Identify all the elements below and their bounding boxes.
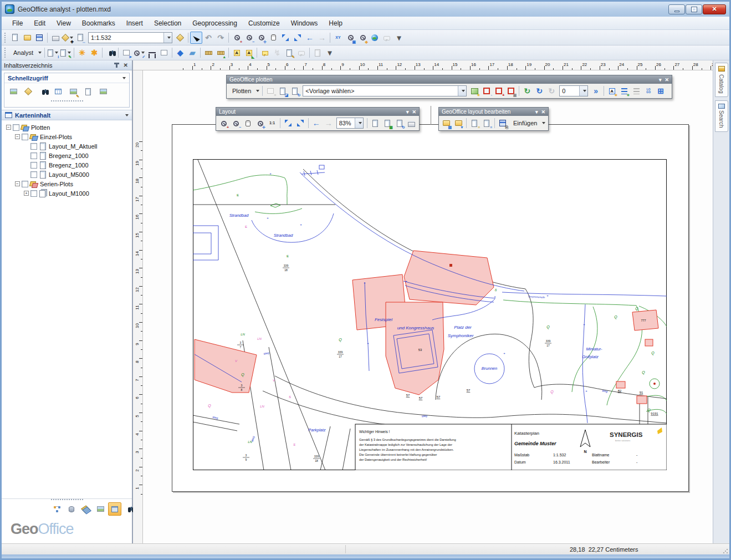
print-icon[interactable]: [49, 32, 62, 44]
refresh-disabled-icon[interactable]: ↻: [545, 85, 558, 97]
menu-selection[interactable]: Selection: [149, 18, 186, 29]
refresh-plots-icon[interactable]: ↻: [521, 85, 533, 97]
toolbar-menu-icon[interactable]: ▾: [659, 77, 662, 83]
measure-ruler-icon[interactable]: [202, 47, 214, 59]
toc-header[interactable]: Inhaltsverzeichnis ✕: [2, 60, 132, 70]
layer-checkbox[interactable]: [30, 143, 37, 150]
chevron-down-icon[interactable]: [125, 114, 129, 116]
tab-catalog[interactable]: Catalog: [715, 63, 728, 97]
scale-combo[interactable]: 1:1.532: [88, 32, 172, 43]
info-tool-icon[interactable]: i: [47, 47, 59, 59]
select-elements-icon[interactable]: [190, 32, 202, 44]
fixed-zoom-in-icon[interactable]: [282, 117, 294, 129]
expand-icon[interactable]: −: [6, 125, 11, 130]
editor-diamond-icon[interactable]: [174, 32, 186, 44]
tab-search[interactable]: Search: [715, 100, 728, 132]
tree-item-serien-plots[interactable]: −Serien-Plots: [4, 179, 132, 189]
new-document-icon[interactable]: [9, 32, 21, 44]
map-image-icon[interactable]: [96, 85, 110, 98]
polygon-edit-icon[interactable]: ◆: [174, 47, 186, 59]
expand-more-icon[interactable]: »: [590, 85, 602, 97]
toolbar2-options-icon[interactable]: ▾: [324, 47, 336, 59]
menu-help[interactable]: Help: [324, 18, 347, 29]
viewport-grid-icon[interactable]: ⊞: [655, 85, 667, 97]
frame-layers-icon[interactable]: ▣: [505, 85, 517, 97]
close-panel-icon[interactable]: ✕: [122, 62, 130, 68]
drag-handle[interactable]: [51, 100, 83, 105]
pin-icon[interactable]: [116, 63, 117, 68]
layer-checkbox[interactable]: [30, 152, 37, 159]
close-button[interactable]: ✕: [703, 4, 726, 14]
zoom-whole-page-icon[interactable]: ✛: [254, 117, 266, 129]
new-plot-frame-icon[interactable]: ✶: [468, 85, 480, 97]
fixed-zoom-in-icon[interactable]: [279, 32, 292, 44]
back-extent-icon[interactable]: ←: [310, 117, 323, 129]
redo-icon[interactable]: ↷: [214, 32, 227, 44]
save-print-icon[interactable]: ⎘: [497, 117, 509, 129]
list-by-visibility-icon[interactable]: [79, 502, 93, 516]
layer-checkbox[interactable]: [22, 134, 28, 140]
menu-geoprocessing[interactable]: Geoprocessing: [187, 18, 242, 29]
blank-page-icon[interactable]: [81, 85, 95, 98]
menu-view[interactable]: View: [52, 18, 76, 29]
zoom-out-page-icon[interactable]: −: [229, 117, 242, 129]
copy-pages-icon[interactable]: [311, 47, 324, 59]
toggle-draft-icon[interactable]: [369, 117, 381, 129]
label-layer-icon[interactable]: A◣: [243, 47, 255, 59]
editor-diamond-icon[interactable]: [22, 85, 35, 98]
layer-checkbox[interactable]: [30, 190, 37, 197]
zoom-selected-icon[interactable]: ▣: [344, 32, 356, 44]
save-icon[interactable]: [33, 32, 45, 44]
layout-bearbeiten-toolbar[interactable]: GeoOffice layout bearbeiten ▾ ✕ ▤▼≡≡⎘Ein…: [438, 107, 549, 131]
full-extent-icon[interactable]: ✛: [255, 32, 267, 44]
focus-dataframe-icon[interactable]: ▦: [381, 117, 393, 129]
measure-area-icon[interactable]: ▲: [214, 47, 227, 59]
pan-icon[interactable]: [267, 32, 279, 44]
polygon-flat-icon[interactable]: ▰: [186, 47, 198, 59]
tree-item-bregenz_1000[interactable]: Bregenz_1000: [4, 151, 132, 160]
einfuegen-button[interactable]: Einfügen: [509, 117, 546, 129]
list-by-schematic-icon[interactable]: [50, 502, 64, 516]
identify-icon[interactable]: [381, 32, 393, 44]
toolbar-options-icon[interactable]: ▾: [393, 32, 405, 44]
series-disabled-icon[interactable]: [630, 85, 642, 97]
refresh-all-icon[interactable]: ↻: [533, 85, 545, 97]
zoom-out-icon[interactable]: −: [243, 32, 255, 44]
add-frame-icon[interactable]: +: [493, 85, 505, 97]
select-graphic-icon[interactable]: ➤: [120, 47, 132, 59]
forward-extent-icon[interactable]: →: [316, 32, 328, 44]
zoom-percent-combo[interactable]: 83%: [336, 118, 364, 129]
plot-open-icon[interactable]: ◪: [277, 85, 289, 97]
list-by-selection-icon[interactable]: [94, 502, 107, 516]
chevron-down-icon[interactable]: [122, 77, 126, 79]
find-binocular-icon[interactable]: [37, 85, 50, 98]
forward-extent-icon[interactable]: →: [323, 117, 335, 129]
map-scale-icon[interactable]: ↔: [74, 32, 86, 44]
change-layout-icon[interactable]: ↻: [393, 117, 406, 129]
menu-edit[interactable]: Edit: [29, 18, 50, 29]
layer-checkbox[interactable]: [30, 162, 37, 169]
layer-checkbox[interactable]: [30, 171, 37, 178]
toolbar-close-icon[interactable]: ✕: [541, 109, 545, 115]
callout-icon[interactable]: [259, 47, 271, 59]
menu-customize[interactable]: Customize: [243, 18, 285, 29]
plot-view-icon[interactable]: [108, 502, 121, 516]
geooffice-plotten-toolbar[interactable]: GeoOffice plotten ▾ ✕ Plotten≡◪↻<Vorlage…: [226, 75, 672, 99]
title-bar[interactable]: GeoOffice analyst - plotten.mxd ✕: [2, 2, 729, 17]
globe-icon[interactable]: [369, 32, 381, 44]
quick-access-header[interactable]: Schnellzugriff: [4, 73, 129, 83]
map-edit-icon[interactable]: ✎: [67, 85, 80, 98]
layout-titlebar[interactable]: Layout ▾ ✕: [216, 108, 419, 116]
map-canvas[interactable]: StrandbadStrandbadFestspielund Kongressh…: [193, 159, 667, 470]
label-a-icon[interactable]: A: [231, 47, 243, 59]
maximize-button[interactable]: [686, 4, 702, 14]
undo-icon[interactable]: ↶: [202, 32, 214, 44]
zoom-in-icon[interactable]: +: [231, 32, 243, 44]
expand-icon[interactable]: −: [15, 134, 20, 139]
find-icon[interactable]: ◆: [356, 32, 369, 44]
minimize-button[interactable]: [668, 4, 685, 14]
tree-item-einzel-plots[interactable]: −Einzel-Plots: [4, 132, 132, 141]
layer-checkbox[interactable]: [22, 181, 28, 187]
print-layout-icon[interactable]: [406, 117, 418, 129]
fixed-zoom-out-icon[interactable]: [292, 32, 304, 44]
